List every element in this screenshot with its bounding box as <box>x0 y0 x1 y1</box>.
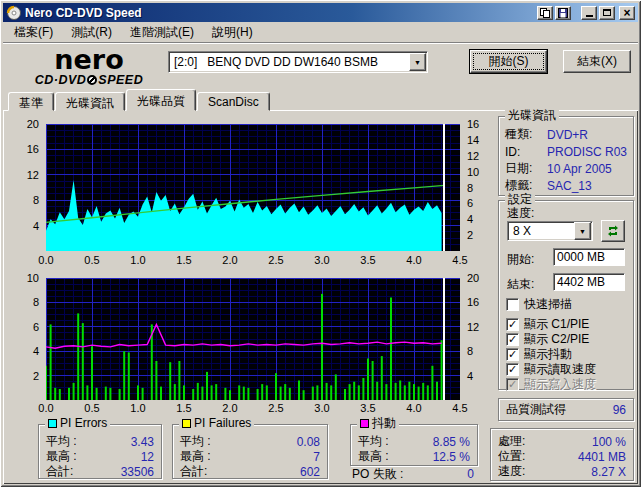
scan-end-input[interactable] <box>553 273 625 291</box>
stats-row-value: 7 <box>313 450 320 464</box>
menu-item-0[interactable]: 檔案(F) <box>5 22 62 43</box>
pi-failures-stats-group: PI Failures 平均 :0.08最高 :7合計:602 <box>172 424 328 479</box>
progress-row: 速度:8.27 X <box>491 464 633 479</box>
axis-tick-label: 1.5 <box>176 254 191 266</box>
tab-bar: 基準光碟資訊光碟品質ScanDisc <box>8 89 271 111</box>
checkbox-row-0[interactable]: 快速掃描 <box>506 297 631 312</box>
axis-tick-label: 3.5 <box>360 254 375 266</box>
cdspeed-logo-text: CD·DVDSPEED <box>14 74 164 87</box>
window-title: Nero CD-DVD Speed <box>25 6 535 20</box>
scan-start-input[interactable] <box>553 248 625 266</box>
pi-errors-legend-label: PI Errors <box>60 417 107 430</box>
tab-0[interactable]: 基準 <box>8 92 54 111</box>
dropdown-arrow-icon[interactable]: ▼ <box>574 222 591 240</box>
pi-failures-chart <box>46 278 460 400</box>
save-button[interactable] <box>555 6 571 20</box>
disc-info-rows: 種類:DVD+RID:PRODISC R03日期:10 Apr 2005標籤:S… <box>499 117 633 194</box>
menu-item-3[interactable]: 說明(H) <box>203 22 262 43</box>
checkbox[interactable] <box>506 298 519 311</box>
exit-button[interactable]: 結束(X) <box>563 50 631 73</box>
axis-tick-label: 1.0 <box>130 402 145 414</box>
disc-info-row-value: 10 Apr 2005 <box>547 162 612 176</box>
disc-info-row-label: ID: <box>505 145 547 159</box>
axis-tick-label: 16 <box>27 143 39 155</box>
tab-1[interactable]: 光碟資訊 <box>55 92 125 111</box>
nero-logo: nero CD·DVDSPEED <box>14 46 164 87</box>
checkbox[interactable]: ✓ <box>506 348 519 361</box>
disc-info-group: 光碟資訊 種類:DVD+RID:PRODISC R03日期:10 Apr 200… <box>498 116 634 196</box>
menu-item-2[interactable]: 進階測試(E) <box>121 22 203 43</box>
disc-info-row: ID:PRODISC R03 <box>499 143 633 160</box>
axis-tick-label: 0.0 <box>38 254 53 266</box>
axis-tick-label: 4 <box>467 213 473 225</box>
app-window: Nero CD-DVD Speed × 檔案(F)測試(R)進階測試(E)說明(… <box>0 0 641 487</box>
progress-row-value: 8.27 X <box>591 465 626 479</box>
chart1-x-axis: 0.00.51.01.52.02.53.03.54.04.5 <box>46 254 460 267</box>
nero-logo-text: nero <box>14 46 164 73</box>
progress-row: 位置:4401 MB <box>491 449 633 464</box>
minimize-button[interactable] <box>581 6 597 20</box>
disc-info-row-label: 種類: <box>505 126 547 143</box>
drive-selector[interactable]: [2:0] BENQ DVD DD DW1640 BSMB ▼ <box>168 51 428 73</box>
stats-row: 最高 :12.5 % <box>351 449 477 464</box>
checkbox[interactable]: ✓ <box>506 318 519 331</box>
checkbox-label: 顯示寫入速度 <box>524 376 596 393</box>
axis-tick-label: 8 <box>467 345 473 357</box>
progress-rows: 處理:100 %位置:4401 MB速度:8.27 X <box>491 434 633 479</box>
checkbox[interactable]: ✓ <box>506 363 519 376</box>
chart1-right-axis: 161412108642 <box>462 124 490 251</box>
stats-row-value: 33506 <box>121 465 154 479</box>
checkbox-row-2[interactable]: ✓顯示 C2/PIE <box>506 332 631 347</box>
axis-tick-label: 6 <box>467 197 473 209</box>
tab-2[interactable]: 光碟品質 <box>126 89 196 111</box>
checkbox-row-5[interactable]: ✓顯示寫入速度 <box>506 377 631 392</box>
pi-failures-legend-swatch <box>182 419 191 428</box>
checkbox[interactable]: ✓ <box>506 333 519 346</box>
stats-row: 最高 :12 <box>39 449 161 464</box>
jitter-legend-swatch <box>360 419 369 428</box>
stats-row-value: 8.85 % <box>433 435 470 449</box>
menu-bar: 檔案(F)測試(R)進階測試(E)說明(H) <box>3 22 638 43</box>
disc-info-row-value: DVD+R <box>547 128 588 142</box>
checkbox-row-1[interactable]: ✓顯示 C1/PIE <box>506 317 631 332</box>
start-button[interactable]: 開始(S) <box>470 50 547 73</box>
scan-end-label: 結束: <box>507 276 534 293</box>
axis-tick-label: 16 <box>467 296 479 308</box>
progress-row: 處理:100 % <box>491 434 633 449</box>
axis-tick-label: 14 <box>467 134 479 146</box>
axis-tick-label: 8 <box>467 182 473 194</box>
pi-failures-legend-label: PI Failures <box>194 417 251 430</box>
axis-tick-label: 1.0 <box>130 254 145 266</box>
refresh-button[interactable] <box>601 220 625 242</box>
maximize-button[interactable] <box>599 6 615 20</box>
pi-errors-stats-group: PI Errors 平均 :3.43最高 :12合計:33506 <box>38 424 162 479</box>
axis-tick-label: 6 <box>33 321 39 333</box>
axis-tick-label: 12 <box>27 169 39 181</box>
axis-tick-label: 2.0 <box>222 402 237 414</box>
checkbox-row-3[interactable]: ✓顯示抖動 <box>506 347 631 362</box>
axis-tick-label: 2 <box>467 229 473 241</box>
menu-item-1[interactable]: 測試(R) <box>62 22 121 43</box>
copy-button[interactable] <box>537 6 553 20</box>
axis-tick-label: 3.0 <box>314 402 329 414</box>
axis-tick-label: 0.5 <box>84 402 99 414</box>
stats-row: 最高 :7 <box>173 449 327 464</box>
close-button[interactable]: × <box>619 6 635 20</box>
axis-tick-label: 12 <box>467 321 479 333</box>
axis-tick-label: 16 <box>467 118 479 130</box>
progress-row-label: 速度: <box>498 463 591 480</box>
axis-tick-label: 0.5 <box>84 254 99 266</box>
axis-tick-label: 12 <box>467 150 479 162</box>
settings-group: 設定 速度: 8 X ▼ 開始: 結束: 快速掃描✓顯示 C1/PIE✓顯示 C… <box>498 200 634 390</box>
po-failures-label: PO 失敗 : <box>352 466 467 483</box>
checkbox[interactable]: ✓ <box>506 378 519 391</box>
disc-info-title: 光碟資訊 <box>505 109 559 122</box>
stats-row-value: 12 <box>141 450 154 464</box>
axis-tick-label: 4.0 <box>406 254 421 266</box>
jitter-legend-label: 抖動 <box>372 417 396 430</box>
tab-3[interactable]: ScanDisc <box>197 92 270 111</box>
stats-row: 平均 :3.43 <box>39 434 161 449</box>
dropdown-arrow-icon[interactable]: ▼ <box>409 53 426 71</box>
checkbox-row-4[interactable]: ✓顯示讀取速度 <box>506 362 631 377</box>
speed-selector[interactable]: 8 X ▼ <box>507 221 593 241</box>
